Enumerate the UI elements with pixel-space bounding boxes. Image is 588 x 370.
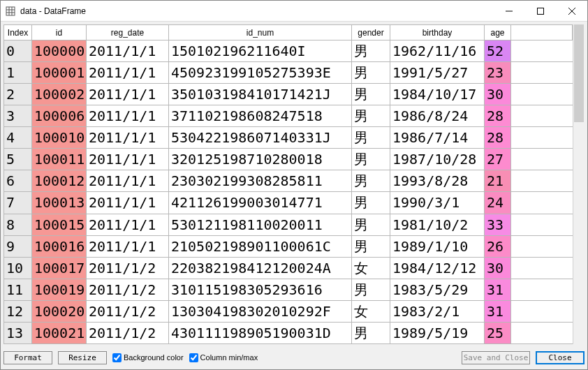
cell-birthday[interactable]: 1962/11/16 xyxy=(390,40,485,62)
cell-id-num[interactable]: 450923199105275393E xyxy=(169,62,352,84)
close-window-button[interactable] xyxy=(556,1,587,21)
cell-birthday[interactable]: 1986/7/14 xyxy=(390,127,485,149)
cell-id-num[interactable]: 150102196211640I xyxy=(169,40,352,62)
cell-id[interactable]: 100010 xyxy=(32,127,87,149)
dataframe-grid[interactable]: Index id reg_date id_num gender birthday… xyxy=(3,24,585,344)
vertical-scrollbar[interactable] xyxy=(573,24,585,344)
cell-reg-date[interactable]: 2011/1/2 xyxy=(87,300,169,322)
cell-age[interactable]: 33 xyxy=(485,214,511,235)
table-row[interactable]: 01000002011/1/1150102196211640I男1962/11/… xyxy=(4,40,573,62)
cell-age[interactable]: 24 xyxy=(485,192,511,214)
table-row[interactable]: 121000202011/1/2130304198302010292F女1983… xyxy=(4,300,573,322)
cell-id-num[interactable]: 350103198410171421J xyxy=(169,84,352,105)
cell-age[interactable]: 25 xyxy=(485,322,511,343)
cell-birthday[interactable]: 1989/5/19 xyxy=(390,322,485,343)
cell-birthday[interactable]: 1984/10/17 xyxy=(390,84,485,105)
cell-gender[interactable]: 男 xyxy=(352,105,390,127)
format-button[interactable]: Format xyxy=(3,351,52,364)
cell-index[interactable]: 5 xyxy=(4,149,32,170)
resize-button[interactable]: Resize xyxy=(58,351,107,364)
table-row[interactable]: 51000112011/1/1320125198710280018男1987/1… xyxy=(4,149,573,170)
cell-reg-date[interactable]: 2011/1/1 xyxy=(87,84,169,105)
cell-age[interactable]: 28 xyxy=(485,105,511,127)
cell-birthday[interactable]: 1986/8/24 xyxy=(390,105,485,127)
cell-gender[interactable]: 男 xyxy=(352,149,390,170)
cell-age[interactable]: 27 xyxy=(485,149,511,170)
cell-gender[interactable]: 男 xyxy=(352,40,390,62)
cell-birthday[interactable]: 1990/3/1 xyxy=(390,192,485,214)
cell-reg-date[interactable]: 2011/1/1 xyxy=(87,127,169,149)
cell-id[interactable]: 100019 xyxy=(32,279,87,300)
cell-index[interactable]: 13 xyxy=(4,322,32,343)
cell-id[interactable]: 100021 xyxy=(32,322,87,343)
column-minmax-checkbox-input[interactable] xyxy=(189,353,198,362)
cell-birthday[interactable]: 1983/2/1 xyxy=(390,300,485,322)
cell-age[interactable]: 21 xyxy=(485,170,511,192)
minimize-button[interactable] xyxy=(493,1,524,21)
cell-reg-date[interactable]: 2011/1/1 xyxy=(87,149,169,170)
cell-age[interactable]: 31 xyxy=(485,279,511,300)
cell-id-num[interactable]: 310115198305293616 xyxy=(169,279,352,300)
background-color-checkbox-input[interactable] xyxy=(112,353,122,362)
cell-gender[interactable]: 男 xyxy=(352,279,390,300)
col-header-birthday[interactable]: birthday xyxy=(390,25,485,40)
cell-age[interactable]: 23 xyxy=(485,62,511,84)
cell-id[interactable]: 100012 xyxy=(32,170,87,192)
cell-reg-date[interactable]: 2011/1/1 xyxy=(87,62,169,84)
cell-index[interactable]: 9 xyxy=(4,235,32,257)
background-color-checkbox[interactable]: Background color xyxy=(112,353,184,362)
close-button[interactable]: Close xyxy=(536,351,585,364)
cell-reg-date[interactable]: 2011/1/1 xyxy=(87,170,169,192)
cell-birthday[interactable]: 1993/8/28 xyxy=(390,170,485,192)
cell-id[interactable]: 100016 xyxy=(32,235,87,257)
table-row[interactable]: 111000192011/1/2310115198305293616男1983/… xyxy=(4,279,573,300)
cell-index[interactable]: 10 xyxy=(4,257,32,279)
col-header-id[interactable]: id xyxy=(32,25,87,40)
cell-id-num[interactable]: 320125198710280018 xyxy=(169,149,352,170)
table-row[interactable]: 71000132011/1/1421126199003014771男1990/3… xyxy=(4,192,573,214)
cell-reg-date[interactable]: 2011/1/1 xyxy=(87,40,169,62)
cell-id-num[interactable]: 530422198607140331J xyxy=(169,127,352,149)
cell-gender[interactable]: 男 xyxy=(352,214,390,235)
cell-reg-date[interactable]: 2011/1/1 xyxy=(87,192,169,214)
cell-reg-date[interactable]: 2011/1/1 xyxy=(87,105,169,127)
cell-gender[interactable]: 男 xyxy=(352,235,390,257)
table-row[interactable]: 131000212011/1/2430111198905190031D男1989… xyxy=(4,322,573,343)
cell-index[interactable]: 8 xyxy=(4,214,32,235)
cell-index[interactable]: 6 xyxy=(4,170,32,192)
cell-id[interactable]: 100020 xyxy=(32,300,87,322)
cell-age[interactable]: 26 xyxy=(485,235,511,257)
cell-age[interactable]: 28 xyxy=(485,127,511,149)
cell-gender[interactable]: 男 xyxy=(352,322,390,343)
cell-gender[interactable]: 男 xyxy=(352,84,390,105)
table-row[interactable]: 31000062011/1/1371102198608247518男1986/8… xyxy=(4,105,573,127)
cell-gender[interactable]: 女 xyxy=(352,257,390,279)
cell-id[interactable]: 100011 xyxy=(32,149,87,170)
cell-gender[interactable]: 男 xyxy=(352,127,390,149)
cell-id-num[interactable]: 430111198905190031D xyxy=(169,322,352,343)
cell-id-num[interactable]: 210502198901100061C xyxy=(169,235,352,257)
cell-id-num[interactable]: 371102198608247518 xyxy=(169,105,352,127)
cell-index[interactable]: 12 xyxy=(4,300,32,322)
cell-reg-date[interactable]: 2011/1/1 xyxy=(87,214,169,235)
cell-id[interactable]: 100017 xyxy=(32,257,87,279)
cell-birthday[interactable]: 1983/5/29 xyxy=(390,279,485,300)
col-header-index[interactable]: Index xyxy=(4,25,32,40)
cell-birthday[interactable]: 1991/5/27 xyxy=(390,62,485,84)
maximize-button[interactable] xyxy=(524,1,556,21)
cell-id[interactable]: 100015 xyxy=(32,214,87,235)
cell-id-num[interactable]: 130304198302010292F xyxy=(169,300,352,322)
table-row[interactable]: 81000152011/1/1530121198110020011男1981/1… xyxy=(4,214,573,235)
cell-index[interactable]: 2 xyxy=(4,84,32,105)
cell-id[interactable]: 100001 xyxy=(32,62,87,84)
table-row[interactable]: 61000122011/1/1230302199308285811男1993/8… xyxy=(4,170,573,192)
cell-id-num[interactable]: 421126199003014771 xyxy=(169,192,352,214)
cell-gender[interactable]: 男 xyxy=(352,170,390,192)
table-row[interactable]: 101000172011/1/2220382198412120024A女1984… xyxy=(4,257,573,279)
cell-id[interactable]: 100013 xyxy=(32,192,87,214)
cell-index[interactable]: 0 xyxy=(4,40,32,62)
cell-birthday[interactable]: 1981/10/2 xyxy=(390,214,485,235)
table-row[interactable]: 21000022011/1/1350103198410171421J男1984/… xyxy=(4,84,573,105)
cell-gender[interactable]: 男 xyxy=(352,192,390,214)
cell-id[interactable]: 100000 xyxy=(32,40,87,62)
